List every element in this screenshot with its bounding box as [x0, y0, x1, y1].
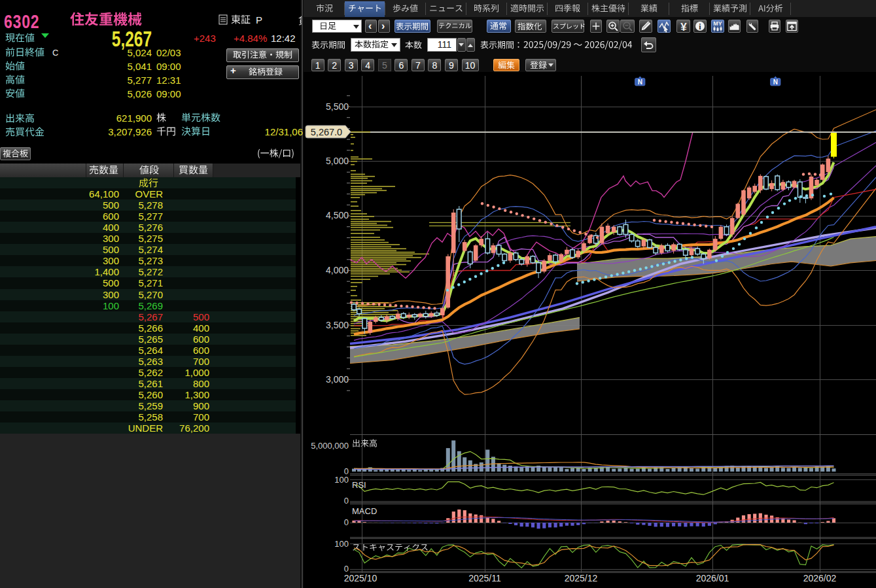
- svg-text:MACD: MACD: [352, 506, 377, 516]
- svg-text:¥: ¥: [680, 21, 687, 33]
- svg-text:MY: MY: [713, 20, 722, 27]
- svg-text:4,000: 4,000: [326, 265, 349, 275]
- svg-text:N: N: [638, 78, 642, 86]
- svg-text:4,500: 4,500: [326, 210, 349, 220]
- svg-text:3,500: 3,500: [326, 320, 349, 330]
- svg-text:RSI: RSI: [352, 480, 366, 490]
- svg-text:2026/02: 2026/02: [803, 573, 837, 583]
- svg-text:3,000: 3,000: [326, 374, 349, 385]
- svg-text:2026/01: 2026/01: [696, 573, 729, 583]
- svg-text:2025/12: 2025/12: [565, 573, 598, 583]
- svg-text:0: 0: [344, 496, 349, 506]
- svg-text:5,500: 5,500: [326, 101, 349, 112]
- svg-text:2025/11: 2025/11: [468, 573, 501, 583]
- svg-text:N: N: [773, 78, 778, 86]
- svg-text:0: 0: [344, 517, 349, 527]
- svg-text:100: 100: [334, 539, 349, 549]
- svg-text:5,000: 5,000: [326, 156, 349, 166]
- svg-text:5,267.0: 5,267.0: [311, 127, 342, 137]
- svg-text:0: 0: [344, 564, 349, 574]
- svg-text:100: 100: [334, 475, 349, 485]
- svg-text:2025/10: 2025/10: [344, 573, 377, 583]
- svg-text:5,000,000: 5,000,000: [311, 441, 349, 451]
